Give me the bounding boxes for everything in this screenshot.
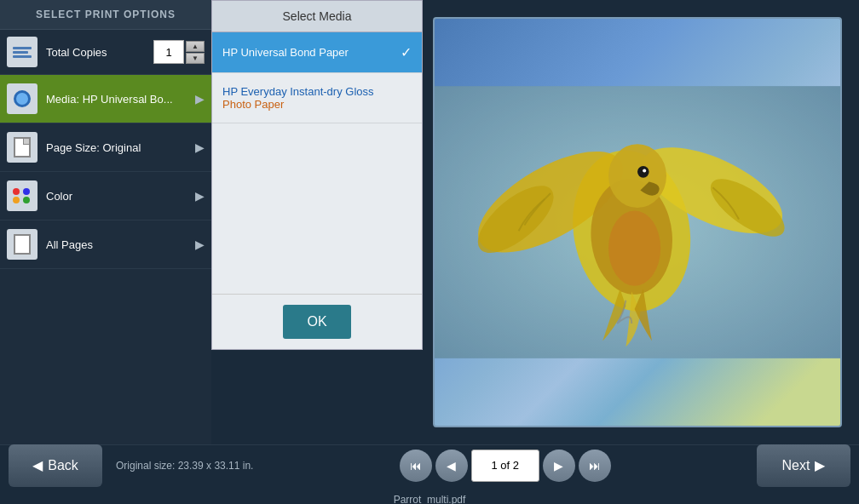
color-icon-graphic: [13, 188, 32, 203]
media-option-gloss[interactable]: HP Everyday Instant-dry Gloss Photo Pape…: [212, 73, 422, 123]
next-label: Next: [782, 458, 810, 473]
pagesize-arrow-icon: ▶: [195, 140, 205, 154]
allpages-icon-graphic: [14, 234, 31, 255]
media-dropdown-spacer: [212, 123, 422, 294]
parrot-image: [435, 19, 840, 426]
media-arrow-icon: ▶: [195, 92, 205, 106]
copies-icon-graphic: [13, 47, 32, 58]
back-arrow-icon: ◀: [32, 457, 43, 473]
media-icon-graphic: [14, 90, 31, 107]
sidebar-header: SELECT PRINT OPTIONS: [0, 0, 211, 30]
media-option-gloss-label: HP Everyday Instant-dry Gloss Photo Pape…: [222, 85, 374, 111]
preview-area: [433, 17, 842, 427]
media-label: Media: HP Universal Bo...: [46, 93, 192, 106]
media-option-bond-label: HP Universal Bond Paper: [222, 46, 349, 59]
media-option-bond[interactable]: HP Universal Bond Paper ✓: [212, 32, 422, 73]
pagesize-icon: [7, 132, 37, 163]
media-icon: [7, 83, 37, 114]
nav-prev-button[interactable]: ◀: [435, 450, 468, 482]
color-label: Color: [46, 190, 192, 203]
sidebar-item-pagesize[interactable]: Page Size: Original ▶: [0, 123, 211, 172]
nav-next-icon: ▶: [554, 459, 563, 472]
pagesize-icon-graphic: [14, 137, 31, 158]
sidebar-item-color[interactable]: Color ▶: [0, 172, 211, 220]
sidebar: SELECT PRINT OPTIONS Total Copies ▲ ▼: [0, 0, 211, 444]
total-copies-label: Total Copies: [46, 46, 153, 59]
copies-input[interactable]: [153, 40, 184, 64]
bottom-bar: ◀ Back Original size: 23.39 x 33.11 in. …: [0, 444, 859, 504]
nav-first-button[interactable]: ⏮: [400, 450, 432, 482]
total-copies-row: Total Copies ▲ ▼: [0, 30, 211, 75]
nav-last-icon: ⏭: [589, 459, 601, 472]
main-area: SELECT PRINT OPTIONS Total Copies ▲ ▼: [0, 0, 859, 444]
media-option-bond-check: ✓: [401, 44, 412, 60]
select-media-title: Select Media: [212, 1, 422, 32]
copies-down-button[interactable]: ▼: [186, 53, 205, 64]
copies-icon: [7, 37, 37, 67]
allpages-icon: [7, 229, 37, 260]
svg-point-10: [643, 169, 646, 172]
content-area: Select Media HP Universal Bond Paper ✓ H…: [211, 0, 859, 444]
next-button[interactable]: Next ▶: [757, 444, 850, 487]
sidebar-item-media[interactable]: Media: HP Universal Bo... ▶: [0, 75, 211, 123]
size-text: Original size: 23.39 x 33.11 in.: [116, 460, 253, 472]
allpages-label: All Pages: [46, 238, 192, 251]
nav-last-button[interactable]: ⏭: [579, 450, 611, 482]
nav-controls: ⏮ ◀ ▶ ⏭: [400, 450, 611, 482]
copies-controls: ▲ ▼: [153, 40, 205, 64]
pagesize-label: Page Size: Original: [46, 141, 192, 154]
color-arrow-icon: ▶: [195, 189, 205, 203]
nav-first-icon: ⏮: [410, 459, 422, 472]
filename-label: Parrot_multi.pdf: [394, 494, 466, 505]
svg-point-8: [608, 144, 666, 208]
allpages-arrow-icon: ▶: [195, 238, 205, 251]
next-arrow-icon: ▶: [815, 457, 825, 473]
bottom-row: Parrot_multi.pdf: [9, 494, 850, 505]
nav-prev-icon: ◀: [447, 459, 456, 472]
bottom-controls: ◀ Back Original size: 23.39 x 33.11 in. …: [9, 444, 850, 487]
page-input[interactable]: [471, 450, 539, 482]
back-label: Back: [48, 458, 78, 473]
select-media-dropdown: Select Media HP Universal Bond Paper ✓ H…: [211, 0, 423, 350]
color-icon: [7, 180, 37, 211]
sidebar-item-allpages[interactable]: All Pages ▶: [0, 220, 211, 269]
copies-up-button[interactable]: ▲: [186, 41, 205, 52]
media-option-gloss-label-blue: HP Everyday Instant-dry Gloss: [222, 85, 374, 98]
ok-button[interactable]: OK: [283, 305, 351, 339]
nav-next-button[interactable]: ▶: [543, 450, 575, 482]
copies-buttons: ▲ ▼: [186, 41, 205, 64]
back-button[interactable]: ◀ Back: [9, 444, 102, 487]
media-option-gloss-label-orange: Photo Paper: [222, 98, 374, 111]
svg-point-11: [608, 210, 660, 285]
ok-button-area: OK: [212, 294, 422, 349]
